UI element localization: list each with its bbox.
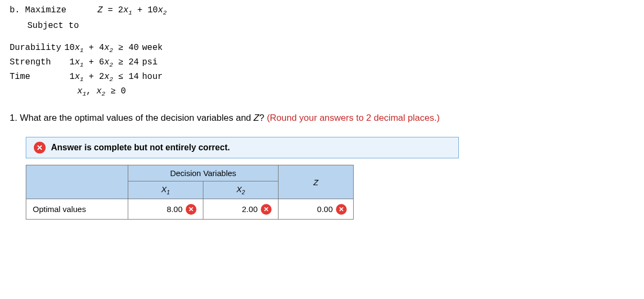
cross-icon: ✕ [34, 142, 46, 154]
feedback-message: Answer is complete but not entirely corr… [51, 143, 230, 152]
z-value: 0.00 [317, 205, 333, 214]
cross-glyph: ✕ [36, 144, 43, 151]
incorrect-icon: ✕ [336, 204, 347, 215]
question-text: 1. What are the optimal values of the de… [10, 112, 634, 125]
question-suffix: ? [259, 113, 267, 123]
maximize-label: Maximize [25, 5, 67, 15]
constraints-block: Durability 10x1 + 4x2 ≥ 40 week Strength… [10, 42, 634, 100]
part-label: b. [10, 5, 20, 15]
constraint-unit: hour [142, 71, 166, 85]
constraint-unit: psi [142, 56, 166, 71]
subject-to-label: Subject to [10, 20, 634, 32]
constraint-expr: 1x1 + 6x2 ≥ 24 [64, 56, 142, 71]
question-hint: (Round your answers to 2 decimal places.… [267, 113, 440, 123]
constraint-expr: 10x1 + 4x2 ≥ 40 [64, 42, 142, 56]
constraint-label: Time [10, 71, 64, 85]
x1-value-cell[interactable]: 8.00 ✕ [128, 199, 203, 220]
problem-statement: b. Maximize Z = 2x1 + 10x2 Subject to Du… [10, 4, 634, 100]
z-header: Z [279, 165, 354, 199]
x1-value: 8.00 [167, 205, 182, 214]
constraint-expr: 1x1 + 2x2 ≤ 14 [64, 71, 142, 85]
objective-function: Z = 2x1 + 10x2 [98, 4, 167, 18]
x2-value-cell[interactable]: 2.00 ✕ [203, 199, 279, 220]
incorrect-icon: ✕ [261, 204, 272, 215]
answer-table: Decision Variables Z X1 X2 Optimal value… [26, 165, 354, 220]
z-variable: Z [254, 113, 259, 123]
x2-value: 2.00 [242, 205, 258, 214]
constraint-unit: week [142, 42, 166, 56]
question-prefix: 1. What are the optimal values of the de… [10, 113, 254, 123]
constraint-label: Durability [10, 42, 64, 56]
nonneg-constraint: x1, x2 ≥ 0 [64, 85, 142, 100]
optimal-values-label: Optimal values [26, 199, 128, 220]
decision-variables-header: Decision Variables [128, 165, 279, 181]
x1-header: X1 [128, 181, 203, 199]
z-value-cell[interactable]: 0.00 ✕ [279, 199, 354, 220]
feedback-banner: ✕ Answer is complete but not entirely co… [26, 137, 459, 158]
incorrect-icon: ✕ [186, 204, 196, 215]
x2-header: X2 [203, 181, 279, 199]
constraint-label: Strength [10, 56, 64, 71]
